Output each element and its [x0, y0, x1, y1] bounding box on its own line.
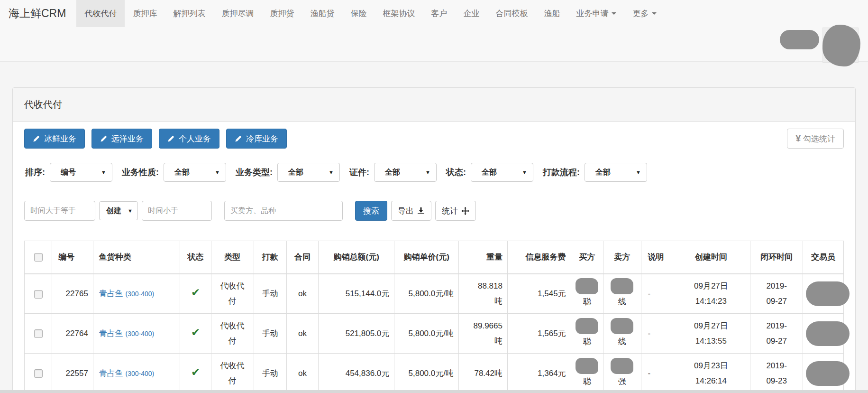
nav-item[interactable]: 解押列表: [165, 0, 213, 27]
nav-item-label: 质押尽调: [221, 8, 254, 19]
nav-item[interactable]: 业务申请: [568, 0, 624, 27]
chevron-down-icon: ▼: [636, 169, 641, 175]
nav-item-label: 客户: [431, 8, 447, 19]
order-id: 22557: [66, 369, 88, 378]
nav-item[interactable]: 企业: [455, 0, 487, 27]
pencil-icon: [33, 135, 40, 142]
chevron-down-icon: ▼: [425, 169, 430, 175]
closed-time: 2019-09-23: [762, 358, 791, 388]
business-buttons: 冰鲜业务远洋业务个人业务冷库业务¥勾选统计: [24, 129, 844, 149]
column-header: 说明: [641, 241, 672, 274]
nav-items: 代收代付质押库解押列表质押尽调质押贷渔船贷保险框架协议客户企业合同模板渔船业务申…: [76, 0, 665, 27]
created-time: 09月27日 14:14:23: [686, 279, 736, 309]
time-to-input[interactable]: [142, 201, 212, 221]
filter-select[interactable]: 全部▼: [374, 163, 437, 182]
note: -: [648, 289, 651, 298]
column-header: 信息服务费: [507, 241, 571, 274]
move-arrows-icon: [461, 207, 469, 215]
column-header: 编号: [52, 241, 93, 274]
page-title: 代收代付: [13, 88, 855, 122]
filter-label: 打款流程:: [543, 167, 580, 178]
business-button-label: 个人业务: [179, 133, 211, 144]
pencil-icon: [235, 135, 242, 142]
nav-item[interactable]: 质押尽调: [213, 0, 262, 27]
created-time: 09月23日 14:26:14: [686, 358, 736, 388]
table-header-row: 编号鱼货种类状态类型打款合同购销总额(元)购销单价(元)重量信息服务费买方卖方说…: [25, 241, 844, 274]
download-icon: [417, 207, 425, 215]
redacted-name-blob: [576, 318, 598, 334]
business-button-label: 远洋业务: [111, 133, 144, 144]
nav-item[interactable]: 渔船贷: [302, 0, 342, 27]
column-header: 打款: [254, 241, 286, 274]
fish-type-link[interactable]: 青占鱼 (300-400): [99, 369, 154, 378]
filter-select[interactable]: 全部▼: [585, 163, 647, 182]
redacted-username-blob: [780, 30, 819, 49]
horizontal-scrollbar[interactable]: [0, 390, 868, 393]
filter-select[interactable]: 全部▼: [471, 163, 533, 182]
status-check-icon: ✔: [191, 326, 200, 338]
nav-item[interactable]: 质押贷: [262, 0, 302, 27]
column-header: 类型: [211, 241, 254, 274]
weight: 78.42吨: [474, 366, 503, 381]
service-fee: 1,364元: [538, 369, 566, 378]
contract-status: ok: [298, 329, 307, 338]
nav-item[interactable]: 渔船: [536, 0, 568, 27]
nav-item[interactable]: 更多: [624, 0, 665, 27]
nav-item[interactable]: 客户: [423, 0, 455, 27]
yuan-icon: ¥: [795, 133, 801, 144]
column-header: 闭环时间: [750, 241, 803, 274]
row-checkbox[interactable]: [34, 329, 43, 338]
filter-label: 业务性质:: [122, 167, 159, 178]
visible-name-char: 线: [618, 337, 626, 346]
payment-mode: 手动: [262, 289, 278, 298]
select-all-checkbox[interactable]: [34, 253, 43, 262]
filter-select-value: 全部: [174, 168, 190, 178]
row-checkbox[interactable]: [34, 369, 43, 378]
nav-item-label: 保险: [350, 8, 366, 19]
column-header: 购销单价(元): [394, 241, 459, 274]
payment-mode: 手动: [262, 369, 278, 378]
visible-name-char: 聪: [583, 337, 591, 346]
nav-item[interactable]: 合同模板: [487, 0, 536, 27]
nav-item[interactable]: 代收代付: [76, 0, 125, 27]
nav-item-label: 企业: [463, 8, 479, 19]
nav-item-label: 质押贷: [270, 8, 294, 19]
table-body: 22765青占鱼 (300-400)✔代收代付手动ok515,144.0元5,8…: [25, 274, 844, 393]
checked-stat-button[interactable]: ¥勾选统计: [787, 129, 844, 149]
business-type: 代收代付: [219, 279, 245, 309]
redacted-name-blob: [576, 278, 598, 294]
table-row: 22764青占鱼 (300-400)✔代收代付手动ok521,805.0元5,8…: [25, 314, 844, 354]
closed-time: 2019-09-27: [762, 318, 791, 348]
nav-item-label: 代收代付: [84, 8, 117, 19]
brand-logo[interactable]: 海上鲜CRM: [0, 0, 76, 27]
business-button[interactable]: 远洋业务: [91, 129, 152, 149]
business-type: 代收代付: [219, 358, 245, 388]
payment-mode: 手动: [262, 329, 278, 338]
fish-type-link[interactable]: 青占鱼 (300-400): [99, 289, 154, 298]
row-checkbox[interactable]: [34, 290, 43, 299]
chevron-down-icon: ▼: [101, 169, 106, 175]
business-button[interactable]: 冰鲜业务: [24, 129, 85, 149]
filter-select[interactable]: 全部▼: [164, 163, 226, 182]
filter-label: 证件:: [349, 167, 369, 178]
time-from-input[interactable]: [24, 201, 95, 221]
chevron-down-icon: ▼: [215, 169, 220, 175]
business-button[interactable]: 个人业务: [159, 129, 219, 149]
nav-item[interactable]: 框架协议: [375, 0, 423, 27]
nav-item[interactable]: 质押库: [125, 0, 165, 27]
stat-button[interactable]: 统计: [435, 201, 476, 221]
service-fee: 1,565元: [538, 329, 566, 338]
filter-select[interactable]: 编号▼: [50, 163, 112, 182]
redacted-name-blob: [611, 358, 633, 374]
fish-type-link[interactable]: 青占鱼 (300-400): [99, 329, 154, 338]
nav-item[interactable]: 保险: [342, 0, 375, 27]
business-button[interactable]: 冷库业务: [226, 129, 287, 149]
unit-price: 5,800.0元/吨: [409, 329, 454, 338]
time-type-select[interactable]: 创建 ▼: [99, 201, 138, 220]
export-button[interactable]: 导出: [391, 201, 431, 221]
unit-price: 5,800.0元/吨: [409, 369, 454, 378]
search-button[interactable]: 搜索: [355, 201, 387, 221]
filter-select[interactable]: 全部▼: [277, 163, 340, 182]
keyword-input[interactable]: [224, 201, 343, 221]
table-row: 22557青占鱼 (300-400)✔代收代付手动ok454,836.0元5,8…: [25, 354, 844, 393]
